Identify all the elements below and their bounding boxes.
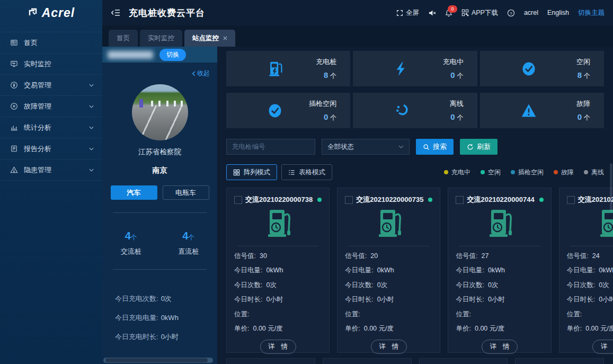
tab-site-monitor[interactable]: 站点监控 bbox=[184, 30, 235, 47]
tab-home[interactable]: 首页 bbox=[109, 30, 138, 47]
transaction-icon bbox=[10, 81, 18, 89]
sidebar-item-transactions[interactable]: 交易管理 bbox=[0, 75, 102, 96]
legend-dot bbox=[584, 170, 588, 174]
dc-pile-unit: 个 bbox=[188, 234, 194, 241]
summary-card-fault: 故障 0个 bbox=[480, 93, 604, 128]
charging-post bbox=[151, 101, 153, 106]
summary-card-charging: 充电中 0个 bbox=[353, 51, 477, 86]
table-mode-button[interactable]: 表格模式 bbox=[281, 164, 332, 180]
svg-text:?: ? bbox=[510, 11, 512, 15]
summary-meta: 充电中 0个 bbox=[443, 57, 464, 81]
refresh-button[interactable]: 刷新 bbox=[460, 139, 497, 155]
collapse-sidebar-icon[interactable] bbox=[111, 8, 120, 17]
vertical-scrollbar-thumb[interactable] bbox=[610, 163, 612, 212]
chevron-down-icon bbox=[89, 105, 94, 108]
today-charge-count: 今日充电次数:0次 bbox=[115, 294, 217, 304]
hazard-icon bbox=[10, 166, 18, 174]
search-button[interactable]: 搜索 bbox=[416, 139, 454, 155]
legend-dot bbox=[481, 170, 485, 174]
signal-value: 20 bbox=[370, 252, 378, 260]
price-value: 0.00 元/度 bbox=[364, 325, 394, 332]
charger-card: 交流20210220000738 信号值:30 今日电量:0kWh 今日次数:0… bbox=[226, 188, 330, 353]
sidebar-item-reports[interactable]: 报告分析 bbox=[0, 138, 102, 159]
charger-icon bbox=[266, 60, 283, 78]
charger-card: 交流20210220000735 信号值:20 今日电量:0kWh 今日次数:0… bbox=[337, 188, 440, 353]
vehicle-tab-ebike[interactable]: 电瓶车 bbox=[163, 185, 209, 200]
username[interactable]: acrel bbox=[524, 9, 538, 16]
sidebar-item-realtime-monitor[interactable]: 实时监控 bbox=[0, 54, 102, 75]
help-button[interactable]: ? bbox=[507, 9, 515, 17]
collapse-panel-link[interactable]: 收起 bbox=[102, 63, 217, 78]
row-label: 单价: bbox=[234, 325, 249, 332]
sidebar-item-home[interactable]: 首页 bbox=[0, 32, 102, 54]
row-label: 信号值: bbox=[567, 252, 589, 260]
sidebar-item-label: 统计分析 bbox=[24, 123, 51, 132]
switch-station-button[interactable]: 切换 bbox=[159, 49, 186, 61]
card-checkbox[interactable] bbox=[234, 196, 242, 204]
app-download-button[interactable]: APP下载 bbox=[461, 8, 498, 17]
charging-post bbox=[181, 101, 183, 106]
filter-bar: 全部状态 搜索 刷新 bbox=[226, 139, 604, 155]
vehicle-tab-car[interactable]: 汽车 bbox=[111, 185, 157, 200]
charger-id: 交流20210220000744 bbox=[467, 195, 534, 205]
charging-pile-icon bbox=[567, 209, 613, 239]
sidebar-item-statistics[interactable]: 统计分析 bbox=[0, 117, 102, 138]
topbar: 充电桩收费云平台 全屏 0 APP下载 ? acrel English 切换主 bbox=[102, 0, 613, 25]
station-name-blurred bbox=[108, 51, 153, 59]
row-label: 位置: bbox=[456, 310, 470, 318]
detail-button[interactable]: 详 情 bbox=[260, 340, 296, 354]
stat-value: 0小时 bbox=[161, 333, 179, 341]
notification-badge: 0 bbox=[448, 5, 457, 13]
charging-post bbox=[158, 101, 161, 106]
tab-realtime-monitor[interactable]: 实时监控 bbox=[140, 30, 182, 47]
stat-value: 0次 bbox=[161, 295, 172, 303]
topbar-actions: 全屏 0 APP下载 ? acrel English 切换主题 bbox=[396, 8, 605, 17]
array-mode-button[interactable]: 阵列模式 bbox=[226, 164, 277, 180]
energy-value: 0kWh bbox=[266, 267, 283, 274]
notifications-button[interactable]: 0 bbox=[445, 9, 452, 17]
sidebar-item-faults[interactable]: 故障管理 bbox=[0, 96, 102, 117]
summary-label: 充电桩 bbox=[316, 57, 336, 67]
close-icon[interactable] bbox=[223, 36, 227, 40]
fullscreen-button[interactable]: 全屏 bbox=[396, 8, 419, 17]
sidebar-item-label: 故障管理 bbox=[24, 102, 51, 111]
row-label: 今日电量: bbox=[567, 267, 595, 274]
card-checkbox[interactable] bbox=[567, 196, 575, 204]
legend-charging: 充电中 bbox=[444, 168, 470, 177]
legend-plugged-idle: 插枪空闲 bbox=[511, 168, 544, 177]
row-label: 今日时长: bbox=[234, 296, 262, 303]
card-checkbox[interactable] bbox=[456, 196, 464, 204]
row-label: 今日时长: bbox=[567, 296, 595, 303]
duration-value: 0小时 bbox=[266, 296, 283, 303]
summary-unit: 个 bbox=[457, 114, 464, 121]
sidebar-item-hazards[interactable]: 隐患管理 bbox=[0, 159, 102, 181]
horizontal-scrollbar-thumb[interactable] bbox=[105, 358, 208, 362]
station-name: 江苏省检察院 bbox=[102, 147, 217, 157]
divider bbox=[113, 269, 207, 270]
duration-value: 0小时 bbox=[599, 296, 613, 303]
station-switcher: 切换 bbox=[102, 47, 217, 63]
theme-switch-link[interactable]: 切换主题 bbox=[578, 8, 605, 17]
row-label: 今日次数: bbox=[345, 281, 373, 289]
detail-button[interactable]: 详 情 bbox=[592, 340, 613, 354]
duration-value: 0小时 bbox=[377, 296, 394, 303]
energy-value: 0kWh bbox=[599, 267, 613, 274]
summary-label: 离线 bbox=[450, 99, 464, 109]
gun-number-input[interactable] bbox=[226, 139, 315, 155]
detail-button[interactable]: 详 情 bbox=[482, 340, 518, 354]
today-charge-duration: 今日充电时长:0小时 bbox=[115, 332, 217, 342]
detail-button[interactable]: 详 情 bbox=[371, 340, 407, 354]
chevron-down-icon bbox=[398, 145, 404, 148]
summary-label: 空闲 bbox=[576, 57, 590, 67]
card-checkbox[interactable] bbox=[345, 196, 353, 204]
check-circle-icon bbox=[520, 60, 537, 78]
summary-unit: 个 bbox=[330, 72, 336, 79]
sidebar-item-label: 报告分析 bbox=[24, 144, 51, 154]
mute-button[interactable] bbox=[428, 10, 436, 16]
status-select[interactable]: 全部状态 bbox=[322, 139, 410, 155]
language-switch[interactable]: English bbox=[547, 9, 569, 16]
price-value: 0.00 元/度 bbox=[585, 325, 613, 332]
legend-dot bbox=[554, 170, 558, 174]
summary-card-offline: 离线 0个 bbox=[353, 93, 477, 128]
signal-value: 30 bbox=[260, 252, 267, 260]
